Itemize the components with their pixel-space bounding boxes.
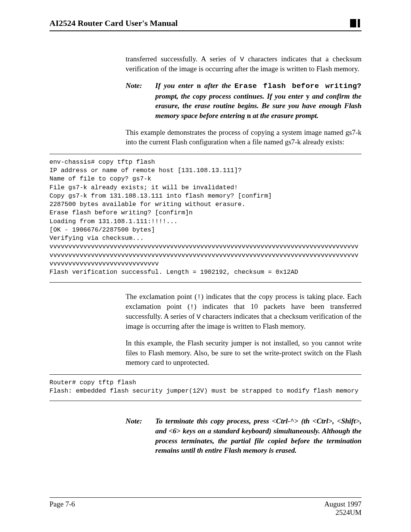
footer-right: August 1997 2524UM <box>324 500 362 517</box>
inline-code: ! <box>190 303 194 311</box>
divider <box>49 282 362 283</box>
inline-code: ! <box>197 293 201 301</box>
note-block: Note: To terminate this copy process, pr… <box>126 416 362 455</box>
inline-code: V <box>196 313 201 321</box>
text: The exclamation point ( <box>126 292 197 300</box>
page-number: Page 7-6 <box>49 500 75 517</box>
text: prompt, the copy process continues. If y… <box>155 92 306 100</box>
footer-date: August 1997 <box>324 500 362 508</box>
text: at the erasure prompt. <box>251 112 319 120</box>
code-block: env-chassis# copy tftp flash IP address … <box>49 158 362 277</box>
text: after the <box>201 81 234 89</box>
inline-code: Erase flash before writing? <box>234 82 362 90</box>
paragraph: The exclamation point (!) indicates that… <box>126 292 362 332</box>
paragraph: This example demonstrates the process of… <box>126 128 362 147</box>
note-block: Note: If you enter n after the Erase fla… <box>126 81 362 121</box>
paragraph: transferred successfully. A series of V … <box>126 54 362 74</box>
note-label: Note: <box>126 81 155 121</box>
code-block: Router# copy tftp flash Flash: embedded … <box>49 379 362 396</box>
footer-docnum: 2524UM <box>324 508 362 517</box>
note-body: If you enter n after the Erase flash bef… <box>155 81 362 121</box>
paragraph: In this example, the Flash security jump… <box>126 338 362 367</box>
text: transferred successfully. A series of <box>126 55 240 63</box>
text-literal: n <box>247 112 251 120</box>
page-content: transferred successfully. A series of V … <box>49 54 362 455</box>
divider <box>49 154 362 154</box>
text: If you enter <box>155 81 197 89</box>
divider <box>49 401 362 401</box>
page-header: AI2524 Router Card User's Manual <box>49 18 362 31</box>
brand-logo-icon <box>350 19 362 27</box>
divider <box>49 374 362 375</box>
note-body: To terminate this copy process, press <C… <box>155 416 362 455</box>
inline-code: V <box>240 56 244 63</box>
manual-title: AI2524 Router Card User's Manual <box>49 18 178 28</box>
text-literal: n <box>197 81 201 89</box>
page: AI2524 Router Card User's Manual transfe… <box>0 0 411 532</box>
page-footer: Page 7-6 August 1997 2524UM <box>49 497 362 517</box>
note-label: Note: <box>126 416 155 455</box>
text-literal: y <box>306 92 310 100</box>
